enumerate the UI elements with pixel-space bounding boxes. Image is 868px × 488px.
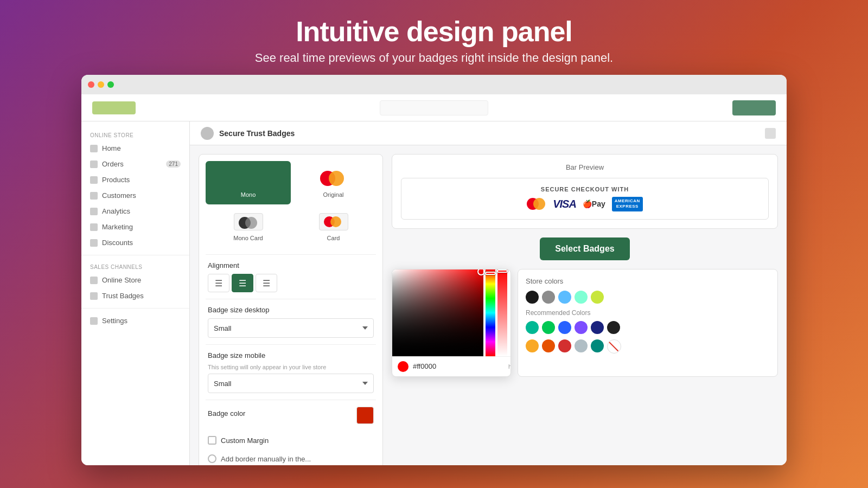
- rec-color-5[interactable]: [591, 321, 604, 334]
- rec-color-8[interactable]: [542, 339, 555, 352]
- sidebar-item-online-store[interactable]: Online Store: [81, 272, 189, 288]
- applepay-badge: 🍎Pay: [583, 200, 605, 208]
- maximize-dot: [107, 81, 114, 88]
- store-color-3[interactable]: [558, 291, 571, 304]
- page-settings-icon[interactable]: [765, 128, 776, 139]
- store-color-2[interactable]: [542, 291, 555, 304]
- bar-preview-label: SECURE CHECKOUT WITH: [541, 186, 629, 192]
- align-left-button[interactable]: ☰: [208, 274, 229, 292]
- badge-type-original[interactable]: Original: [291, 161, 376, 204]
- mc-preview-right: [533, 198, 545, 210]
- store-colors-title: Store colors: [526, 277, 770, 285]
- custom-margin-checkbox[interactable]: [208, 436, 216, 445]
- sidebar-item-settings[interactable]: Settings: [81, 313, 189, 329]
- sidebar-item-customers[interactable]: Customers: [81, 188, 189, 203]
- mono-card-right: [245, 217, 257, 229]
- mono-card-icon-container: [232, 211, 265, 233]
- badge-types-grid: Mono Original: [199, 155, 382, 254]
- nav-button: [732, 100, 776, 115]
- hero-title: Intuitive design panel: [255, 15, 613, 48]
- rec-color-11[interactable]: [591, 339, 604, 352]
- sidebar-item-products[interactable]: Products: [81, 172, 189, 188]
- color-input-row: hex: [392, 356, 510, 376]
- visa-badge: VISA: [553, 198, 576, 210]
- badge-type-card[interactable]: Card: [291, 204, 376, 248]
- no-color-option[interactable]: [607, 339, 620, 352]
- custom-margin-label: Custom Margin: [221, 436, 269, 445]
- recommended-dots-row2: [526, 339, 770, 352]
- badge-type-mono[interactable]: Mono: [206, 161, 291, 204]
- store-color-dots: [526, 291, 770, 304]
- alignment-label: Alignment: [208, 261, 374, 269]
- rec-color-9[interactable]: [558, 339, 571, 352]
- sidebar-item-trust-badges[interactable]: Trust Badges: [81, 288, 189, 304]
- hue-handle[interactable]: [485, 272, 496, 275]
- badge-type-mono-card[interactable]: Mono Card: [206, 204, 291, 248]
- sidebar-item-analytics[interactable]: Analytics: [81, 203, 189, 219]
- gradient-handle[interactable]: [477, 269, 485, 275]
- home-icon: [90, 145, 98, 152]
- opacity-strip[interactable]: [497, 269, 507, 356]
- sidebar: Online Store Home Orders 271 Products Cu…: [81, 121, 190, 465]
- badge-size-desktop-select[interactable]: Small Medium Large: [208, 318, 374, 338]
- sidebar-item-orders[interactable]: Orders 271: [81, 156, 189, 172]
- radio-button[interactable]: [208, 454, 216, 463]
- badge-size-desktop-label: Badge size desktop: [208, 306, 374, 314]
- bottom-section: hex Store colors: [392, 269, 778, 377]
- opacity-handle[interactable]: [497, 269, 508, 273]
- store-color-5[interactable]: [591, 291, 604, 304]
- rec-color-10[interactable]: [575, 339, 588, 352]
- alignment-section: Alignment ☰ ☰ ☰: [199, 255, 382, 299]
- sidebar-item-discounts[interactable]: Discounts: [81, 235, 189, 251]
- discounts-icon: [90, 239, 98, 247]
- badge-size-mobile-helper: This setting will only appear in your li…: [208, 364, 374, 370]
- color-gradient[interactable]: [392, 269, 483, 356]
- store-colors-panel: Store colors Recommended Colors: [518, 269, 778, 377]
- analytics-icon: [90, 208, 98, 215]
- badge-size-mobile-section: Badge size mobile This setting will only…: [199, 345, 382, 400]
- main-layout: Online Store Home Orders 271 Products Cu…: [81, 121, 787, 465]
- align-right-button[interactable]: ☰: [256, 274, 277, 292]
- radio-label: Add border manually in the...: [221, 455, 311, 463]
- rec-color-7[interactable]: [526, 339, 539, 352]
- rec-color-1[interactable]: [526, 321, 539, 334]
- page-avatar: [201, 127, 214, 140]
- badge-size-mobile-select[interactable]: Small Medium Large: [208, 374, 374, 393]
- top-nav: [81, 94, 787, 121]
- badge-color-label: Badge color: [208, 409, 245, 418]
- amex-badge: AMERICANEXPRESS: [612, 197, 643, 211]
- store-color-1[interactable]: [526, 291, 539, 304]
- rec-color-2[interactable]: [542, 321, 555, 334]
- bar-preview-box: SECURE CHECKOUT WITH VISA: [401, 178, 769, 220]
- nav-search: [380, 100, 488, 115]
- hue-strip[interactable]: [486, 269, 495, 356]
- panel-content: Mono Original: [190, 145, 787, 465]
- color-row: Badge color: [208, 407, 374, 424]
- original-label: Original: [323, 191, 344, 198]
- sidebar-item-marketing[interactable]: Marketing: [81, 219, 189, 235]
- align-center-button[interactable]: ☰: [232, 274, 253, 292]
- content-area: Secure Trust Badges: [190, 121, 787, 465]
- rec-color-3[interactable]: [558, 321, 571, 334]
- page-title: Secure Trust Badges: [219, 129, 295, 138]
- badge-color-section: Badge color: [199, 400, 382, 431]
- orders-icon: [90, 160, 98, 168]
- card-label: Card: [327, 235, 340, 241]
- custom-margin-row: Custom Margin: [199, 431, 382, 450]
- page-header: Secure Trust Badges: [190, 121, 787, 145]
- hex-input[interactable]: [413, 362, 504, 370]
- color-picker-top: [392, 269, 510, 356]
- rec-color-4[interactable]: [575, 321, 588, 334]
- select-badges-button[interactable]: Select Badges: [540, 237, 629, 260]
- badge-size-mobile-label: Badge size mobile: [208, 351, 374, 359]
- sidebar-divider-2: [81, 308, 189, 309]
- marketing-icon: [90, 223, 98, 231]
- preview-panel: Bar Preview SECURE CHECKOUT WITH: [392, 154, 778, 229]
- badge-color-swatch[interactable]: [356, 407, 374, 424]
- store-color-4[interactable]: [575, 291, 588, 304]
- original-icon-container: [317, 168, 350, 189]
- sidebar-section-title-1: Online Store: [81, 128, 189, 140]
- rec-color-6[interactable]: [607, 321, 620, 334]
- sidebar-item-home[interactable]: Home: [81, 140, 189, 156]
- mono-card-label: Mono Card: [233, 235, 263, 241]
